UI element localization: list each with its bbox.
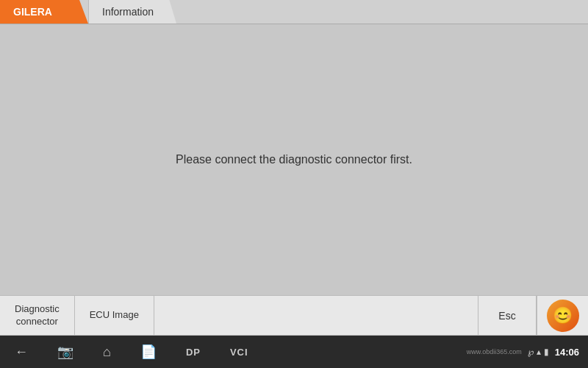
brand-tab[interactable]: GILERA xyxy=(0,0,88,24)
nav-icons-left: ← 📷 ⌂ 📄 DP VCI xyxy=(9,341,254,363)
bottom-spacer xyxy=(154,296,478,335)
footer-nav: ← 📷 ⌂ 📄 DP VCI www.obdii365.com ℘ ▴ ▮ 14… xyxy=(0,336,588,368)
document-icon[interactable]: 📄 xyxy=(135,341,162,363)
ecu-image-button[interactable]: ECU Image xyxy=(75,296,154,335)
wifi-icon: ▴ xyxy=(537,347,541,357)
logo-emoji: 😊 xyxy=(553,306,573,325)
brand-url: www.obdii365.com xyxy=(467,348,522,355)
app-logo: 😊 xyxy=(547,300,579,332)
status-area: www.obdii365.com ℘ ▴ ▮ 14:06 xyxy=(467,347,579,358)
diagnostic-connector-button[interactable]: Diagnosticconnector xyxy=(0,296,75,335)
esc-label: Esc xyxy=(498,310,515,322)
status-icons: ℘ ▴ ▮ xyxy=(528,347,549,357)
esc-button[interactable]: Esc xyxy=(478,296,537,335)
dp-button[interactable]: DP xyxy=(180,344,207,361)
connection-message: Please connect the diagnostic connector … xyxy=(176,153,412,166)
camera-icon[interactable]: 📷 xyxy=(51,341,79,363)
battery-icon: ▮ xyxy=(544,347,549,357)
logo-area: 😊 xyxy=(537,296,588,335)
main-content: Please connect the diagnostic connector … xyxy=(0,24,588,295)
info-tab[interactable]: Information xyxy=(88,0,176,24)
diagnostic-connector-label: Diagnosticconnector xyxy=(15,303,60,328)
home-icon[interactable]: ⌂ xyxy=(97,342,117,363)
clock-display: 14:06 xyxy=(555,347,579,358)
tab-bar: GILERA Information xyxy=(0,0,588,24)
ecu-image-label: ECU Image xyxy=(90,309,139,322)
bluetooth-icon: ℘ xyxy=(528,347,534,357)
back-icon[interactable]: ← xyxy=(9,342,34,363)
vci-button[interactable]: VCI xyxy=(224,344,254,361)
bottom-bar: Diagnosticconnector ECU Image Esc 😊 xyxy=(0,295,588,336)
brand-label: GILERA xyxy=(13,6,52,18)
info-tab-label: Information xyxy=(102,6,154,18)
